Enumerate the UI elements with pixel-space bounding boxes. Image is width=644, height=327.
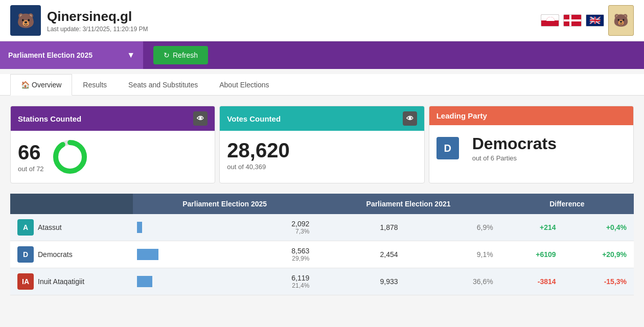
logo-icon: 🐻 [10, 5, 41, 36]
leading-party-title: Leading Party [436, 111, 487, 120]
col-2025-header: Parliament Election 2025 [133, 194, 316, 214]
tab-seats[interactable]: Seats and Substitutes [118, 74, 209, 95]
tab-about[interactable]: About Elections [209, 74, 280, 95]
home-icon: 🏠 [21, 81, 30, 89]
diff-votes-cell: -3814 [500, 268, 563, 295]
stations-sub: out of 72 [18, 165, 44, 173]
refresh-label: Refresh [173, 51, 198, 59]
votes-count: 28,620 [227, 139, 289, 162]
header: 🐻 Qinersineq.gl Last update: 3/11/2025, … [0, 0, 644, 41]
col-diff-header: Difference [500, 194, 634, 214]
tab-results[interactable]: Results [72, 74, 118, 95]
logo-container: 🐻 Qinersineq.gl Last update: 3/11/2025, … [10, 5, 148, 36]
table-row: D Democrats 8,563 29,9% 2,454 9,1% +6109… [10, 241, 634, 268]
stations-donut [52, 139, 88, 175]
col-2021-header: Parliament Election 2021 [316, 194, 500, 214]
votes-2025-cell: 6,119 21,4% [177, 268, 317, 295]
title-block: Qinersineq.gl Last update: 3/11/2025, 11… [47, 9, 148, 33]
flags-container: 🇬🇧 🐻 [541, 5, 634, 36]
flag-gl[interactable] [541, 14, 559, 27]
party-name-text: Inuit Ataqatigiit [38, 277, 84, 286]
leading-party-card: Leading Party D Democrats out of 6 Parti… [429, 106, 634, 183]
leading-party-sub: out of 6 Parties [472, 154, 557, 162]
results-table-container: Parliament Election 2025 Parliament Elec… [0, 189, 644, 306]
tab-overview-label: Overview [32, 81, 61, 89]
tabs: 🏠 Overview Results Seats and Substitutes… [10, 74, 634, 95]
leading-party-info: Democrats out of 6 Parties [472, 134, 557, 162]
coat-of-arms: 🐻 [608, 5, 634, 36]
tabs-container: 🏠 Overview Results Seats and Substitutes… [0, 74, 644, 96]
flag-uk[interactable]: 🇬🇧 [586, 14, 604, 27]
party-name-cell: A Atassut [10, 214, 133, 241]
results-table: Parliament Election 2025 Parliament Elec… [10, 194, 634, 295]
stations-count: 66 [18, 141, 44, 164]
leading-party-badge: D [436, 137, 459, 159]
table-row: IA Inuit Ataqatigiit 6,119 21,4% 9,933 3… [10, 268, 634, 295]
votes-2021-cell: 9,933 [316, 268, 405, 295]
last-update: Last update: 3/11/2025, 11:20:19 PM [47, 26, 148, 33]
leading-party-name: Democrats [472, 134, 557, 153]
party-name-text: Democrats [38, 250, 73, 259]
tab-overview[interactable]: 🏠 Overview [10, 74, 72, 96]
pct-2021-cell: 36,6% [405, 268, 500, 295]
votes-header: Votes Counted 👁 [220, 106, 424, 131]
stats-row: Stations Counted 👁 66 out of 72 Votes Co… [0, 96, 644, 189]
diff-pct-cell: +20,9% [563, 241, 634, 268]
bar-cell-2025 [133, 214, 177, 241]
diff-votes-cell: +214 [500, 214, 563, 241]
bar-cell-2025 [133, 268, 177, 295]
party-letter-badge: IA [17, 273, 34, 290]
party-name-cell: IA Inuit Ataqatigiit [10, 268, 133, 295]
diff-pct-cell: -15,3% [563, 268, 634, 295]
votes-2021-cell: 2,454 [316, 241, 405, 268]
diff-pct-cell: +0,4% [563, 214, 634, 241]
party-letter-badge: D [17, 246, 34, 263]
nav-bar: Parliament Election 2025 ▼ ↻ Refresh [0, 41, 644, 69]
leading-party-body: D Democrats out of 6 Parties [429, 125, 633, 171]
votes-sub: out of 40,369 [227, 163, 289, 171]
bar-cell-2025 [133, 241, 177, 268]
refresh-button[interactable]: ↻ Refresh [153, 46, 208, 64]
stations-header: Stations Counted 👁 [11, 106, 215, 131]
stations-eye-icon[interactable]: 👁 [193, 111, 208, 126]
party-letter-badge: A [17, 219, 34, 236]
votes-card: Votes Counted 👁 28,620 out of 40,369 [219, 106, 424, 183]
votes-body: 28,620 out of 40,369 [220, 131, 424, 179]
pct-2021-cell: 9,1% [405, 241, 500, 268]
election-selector[interactable]: Parliament Election 2025 ▼ [0, 41, 143, 69]
stations-card: Stations Counted 👁 66 out of 72 [10, 106, 215, 183]
party-name-cell: D Democrats [10, 241, 133, 268]
votes-count-block: 28,620 out of 40,369 [227, 139, 289, 171]
flag-dk[interactable] [563, 14, 582, 27]
refresh-icon: ↻ [164, 51, 170, 59]
votes-2025-cell: 2,092 7,3% [177, 214, 317, 241]
leading-party-header: Leading Party [429, 106, 633, 125]
tab-results-label: Results [83, 81, 107, 89]
svg-point-1 [56, 143, 84, 171]
col-party-header [10, 194, 133, 214]
election-label: Parliament Election 2025 [8, 51, 93, 59]
chevron-down-icon: ▼ [127, 51, 135, 60]
pct-2021-cell: 6,9% [405, 214, 500, 241]
stations-count-block: 66 out of 72 [18, 141, 44, 173]
table-row: A Atassut 2,092 7,3% 1,878 6,9% +214 +0,… [10, 214, 634, 241]
stations-body: 66 out of 72 [11, 131, 215, 183]
tab-about-label: About Elections [219, 81, 269, 89]
party-name-text: Atassut [38, 223, 62, 231]
diff-votes-cell: +6109 [500, 241, 563, 268]
votes-eye-icon[interactable]: 👁 [403, 111, 417, 126]
votes-title: Votes Counted [227, 114, 281, 123]
votes-2021-cell: 1,878 [316, 214, 405, 241]
site-title: Qinersineq.gl [47, 9, 148, 25]
stations-title: Stations Counted [18, 114, 81, 123]
tab-seats-label: Seats and Substitutes [128, 81, 198, 89]
votes-2025-cell: 8,563 29,9% [177, 241, 317, 268]
